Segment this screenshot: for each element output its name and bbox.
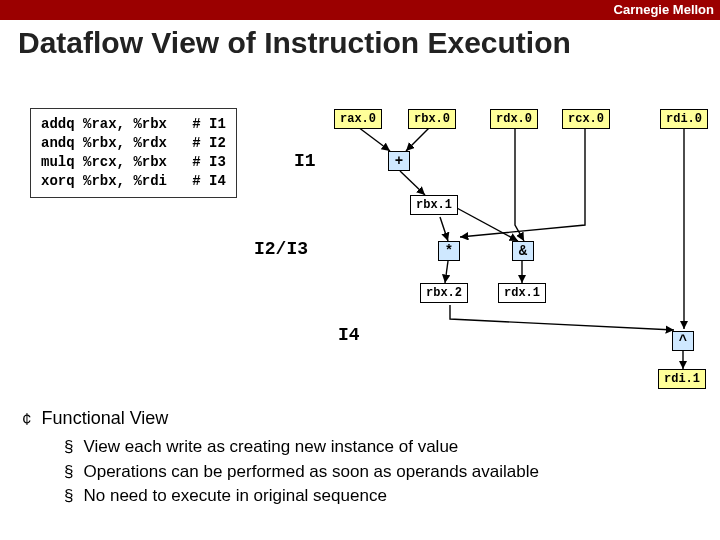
op-mul: *	[438, 241, 460, 261]
label-i4: I4	[338, 325, 360, 345]
dataflow-diagram: rax.0 rbx.0 rdx.0 rcx.0 rdi.0 + rbx.1 * …	[290, 105, 710, 385]
reg-rdx1: rdx.1	[498, 283, 546, 303]
svg-line-0	[358, 127, 390, 151]
reg-rdx0: rdx.0	[490, 109, 538, 129]
reg-rdi1: rdi.1	[658, 369, 706, 389]
reg-rbx2: rbx.2	[420, 283, 468, 303]
svg-line-3	[440, 217, 448, 241]
bullet-item: No need to execute in original sequence	[64, 484, 539, 509]
bullet-item: View each write as creating new instance…	[64, 435, 539, 460]
op-xor: ^	[672, 331, 694, 351]
op-add: +	[388, 151, 410, 171]
op-and: &	[512, 241, 534, 261]
code-block: addq %rax, %rbx # I1 andq %rbx, %rdx # I…	[30, 108, 237, 198]
section-heading: Functional View	[22, 408, 539, 429]
svg-line-1	[406, 127, 430, 151]
functional-view-section: Functional View View each write as creat…	[22, 408, 539, 509]
reg-rax0: rax.0	[334, 109, 382, 129]
reg-rdi0: rdi.0	[660, 109, 708, 129]
reg-rbx1: rbx.1	[410, 195, 458, 215]
label-i1: I1	[294, 151, 316, 171]
svg-line-4	[445, 261, 448, 283]
bullet-item: Operations can be performed as soon as o…	[64, 460, 539, 485]
label-i23: I2/I3	[254, 239, 308, 259]
svg-line-2	[400, 171, 425, 195]
page-title: Dataflow View of Instruction Execution	[18, 26, 720, 60]
brand-label: Carnegie Mellon	[614, 2, 714, 17]
reg-rbx0: rbx.0	[408, 109, 456, 129]
reg-rcx0: rcx.0	[562, 109, 610, 129]
